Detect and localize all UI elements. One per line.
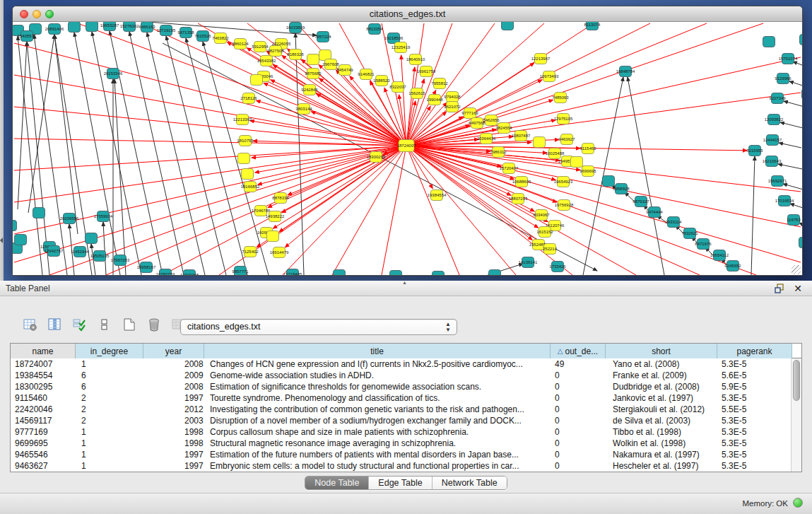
column-header-short[interactable]: short xyxy=(606,344,717,358)
table-settings-icon[interactable] xyxy=(21,316,40,333)
graph-edge-red[interactable] xyxy=(283,146,406,275)
graph-edge-red[interactable] xyxy=(264,83,406,146)
graph-node[interactable] xyxy=(433,271,445,276)
tab-edge-table[interactable]: Edge Table xyxy=(369,477,432,489)
new-file-icon[interactable] xyxy=(120,316,139,333)
tab-network-table[interactable]: Network Table xyxy=(433,477,507,489)
graph-edge-black[interactable] xyxy=(793,62,802,68)
splitter-handle-icon[interactable]: ▲ xyxy=(402,280,407,285)
graph-edge-black[interactable] xyxy=(783,184,802,190)
table-cell: 9777169 xyxy=(11,426,76,438)
graph-node-label: 9699695 xyxy=(579,169,596,173)
table-row[interactable]: 977716911998Corpus callosum shape and si… xyxy=(11,426,801,438)
network-table-select[interactable]: citations_edges.txt ▲▼ xyxy=(180,319,457,335)
graph-node-label: 9474444 xyxy=(646,210,663,214)
float-panel-icon[interactable] xyxy=(774,283,785,294)
graph-edge-black[interactable] xyxy=(103,222,106,275)
graph-edge-red[interactable] xyxy=(406,23,424,146)
graph-edge-red[interactable] xyxy=(14,146,406,262)
table-row[interactable]: 2242004622012Investigating the contribut… xyxy=(11,404,801,415)
graph-edge-black[interactable] xyxy=(28,35,54,213)
graph-edge-black[interactable] xyxy=(790,204,802,209)
graph-edge-black[interactable] xyxy=(784,101,802,107)
table-row[interactable]: 969969511998Structural magnetic resonanc… xyxy=(11,438,801,449)
column-header-name[interactable]: name xyxy=(11,344,76,358)
table-cell: 1 xyxy=(76,426,143,438)
graph-edge-black[interactable] xyxy=(18,42,27,209)
graph-edge-red[interactable] xyxy=(406,23,707,146)
show-columns-icon[interactable] xyxy=(46,316,64,333)
graph-edge-red[interactable] xyxy=(406,93,801,146)
graph-edge-red[interactable] xyxy=(288,146,406,195)
graph-node-label: 7463822 xyxy=(212,36,229,40)
memory-status-indicator[interactable] xyxy=(793,498,803,508)
graph-node-label: 10025488 xyxy=(546,151,565,156)
delete-icon[interactable] xyxy=(145,316,163,333)
graph-node[interactable] xyxy=(802,89,803,100)
window-titlebar[interactable]: citations_edges.txt xyxy=(13,6,802,22)
graph-edge-black[interactable] xyxy=(779,143,801,148)
graph-node[interactable] xyxy=(86,22,98,32)
graph-node[interactable] xyxy=(242,169,254,180)
table-row[interactable]: 911546021997Tourette syndrome. Phenomeno… xyxy=(11,392,801,404)
graph-edge-red[interactable] xyxy=(285,146,406,247)
graph-edge-black[interactable] xyxy=(114,79,126,275)
graph-node[interactable] xyxy=(267,231,279,242)
graph-edge-red[interactable] xyxy=(257,100,406,146)
graph-node[interactable] xyxy=(571,157,583,168)
graph-edge-red[interactable] xyxy=(406,146,636,275)
graph-edge-black[interactable] xyxy=(778,164,802,169)
table-row[interactable]: 1456911722003Disruption of a novel membe… xyxy=(11,415,801,426)
graph-node-label: 8813054 xyxy=(366,27,383,31)
column-header-out_de[interactable]: △out_de... xyxy=(551,344,606,358)
graph-edge-black[interactable] xyxy=(110,31,163,275)
graph-node[interactable] xyxy=(390,271,402,276)
graph-node[interactable] xyxy=(800,35,803,45)
left-splitter[interactable] xyxy=(0,0,4,281)
table-row[interactable]: 946554611997Estimation of the future num… xyxy=(11,449,801,460)
graph-node[interactable] xyxy=(15,235,27,245)
graph-node[interactable] xyxy=(238,153,250,164)
graph-node[interactable] xyxy=(33,208,45,218)
graph-node[interactable] xyxy=(603,176,615,187)
graph-node[interactable] xyxy=(334,270,346,276)
column-header-title[interactable]: title xyxy=(204,344,551,358)
window-resize-grip[interactable] xyxy=(792,265,801,274)
table-row[interactable]: 1938455462009Genome-wide association stu… xyxy=(11,370,801,381)
graph-edge-red[interactable] xyxy=(14,43,406,146)
graph-node[interactable] xyxy=(799,238,803,248)
graph-node[interactable] xyxy=(86,233,98,244)
graph-edge-black[interactable] xyxy=(147,33,205,275)
graph-node[interactable] xyxy=(534,137,546,148)
graph-node[interactable] xyxy=(251,75,263,86)
graph-edge-black[interactable] xyxy=(789,81,802,87)
splitter-collapse-arrow-icon[interactable] xyxy=(0,238,3,243)
graph-node[interactable] xyxy=(489,270,501,276)
table-row[interactable]: 946362711997Embryonic stem cells: a mode… xyxy=(11,460,801,472)
graph-node-label: 11451944 xyxy=(71,250,90,254)
select-all-icon[interactable] xyxy=(71,316,89,333)
tab-node-table[interactable]: Node Table xyxy=(305,477,369,489)
graph-node[interactable] xyxy=(307,54,319,65)
graph-edge-red[interactable] xyxy=(406,23,763,146)
graph-edge-black[interactable] xyxy=(54,35,78,234)
table-scrollbar[interactable] xyxy=(791,358,801,472)
column-header-in_degree[interactable]: in_degree xyxy=(76,344,143,358)
column-header-year[interactable]: year xyxy=(143,344,204,358)
graph-node[interactable] xyxy=(763,37,775,47)
graph-node[interactable] xyxy=(502,22,514,30)
graph-node[interactable] xyxy=(13,221,17,231)
graph-edge-red[interactable] xyxy=(382,146,406,275)
graph-edge-red[interactable] xyxy=(406,146,801,262)
unselect-all-icon[interactable] xyxy=(95,316,114,333)
graph-edge-black[interactable] xyxy=(780,122,802,128)
table-scrollbar-thumb[interactable] xyxy=(793,360,800,401)
network-canvas[interactable]: 2089140615405571106532871527600264661631… xyxy=(13,22,802,276)
table-row[interactable]: 1872400712008Changes of HCN gene express… xyxy=(11,358,801,370)
graph-edge-black[interactable] xyxy=(751,156,755,275)
column-header-pagerank[interactable]: pagerank xyxy=(717,344,792,358)
table-row[interactable]: 1830029562008Estimation of significance … xyxy=(11,381,801,392)
close-panel-icon[interactable]: ✕ xyxy=(794,282,802,295)
graph-node[interactable] xyxy=(69,22,81,33)
graph-edge-red[interactable] xyxy=(406,57,801,146)
